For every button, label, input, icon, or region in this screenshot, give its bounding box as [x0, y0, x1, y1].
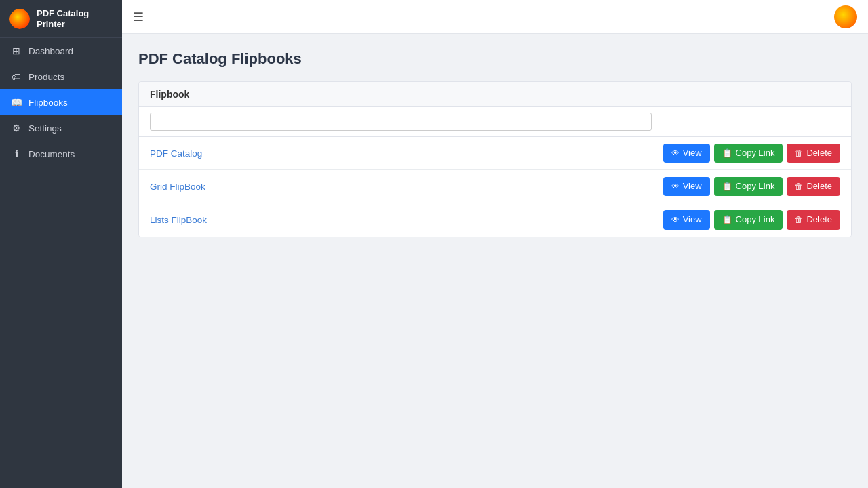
copy-link-label: Copy Link: [736, 214, 775, 226]
column-header-flipbook: Flipbook: [150, 89, 596, 100]
view-button[interactable]: 👁 View: [663, 144, 710, 163]
table-row: Grid FlipBook 👁 View 📋 Copy Link 🗑 Delet…: [139, 170, 851, 203]
view-label: View: [683, 147, 702, 159]
flipbook-name: Lists FlipBook: [150, 215, 663, 225]
sidebar-item-label: Settings: [28, 123, 62, 134]
sidebar-item-documents[interactable]: ℹ Documents: [0, 141, 122, 167]
row-actions: 👁 View 📋 Copy Link 🗑 Delete: [663, 177, 840, 196]
copy-link-button[interactable]: 📋 Copy Link: [714, 210, 783, 229]
delete-label: Delete: [806, 180, 832, 192]
eye-icon: 👁: [671, 214, 679, 226]
table-row: PDF Catalog 👁 View 📋 Copy Link 🗑 Delete: [139, 137, 851, 170]
sidebar-item-settings[interactable]: ⚙ Settings: [0, 115, 122, 141]
view-button[interactable]: 👁 View: [663, 210, 710, 229]
sidebar-item-products[interactable]: 🏷 Products: [0, 64, 122, 89]
sidebar-item-flipbooks[interactable]: 📖 Flipbooks: [0, 89, 122, 115]
view-label: View: [683, 214, 702, 226]
copy-link-label: Copy Link: [736, 147, 775, 159]
view-button[interactable]: 👁 View: [663, 177, 710, 196]
trash-icon: 🗑: [795, 214, 803, 226]
main-content: PDF Catalog Flipbooks Flipbook PDF Catal…: [122, 34, 868, 488]
copy-icon: 📋: [722, 148, 732, 159]
row-actions: 👁 View 📋 Copy Link 🗑 Delete: [663, 144, 840, 163]
copy-link-button[interactable]: 📋 Copy Link: [714, 144, 783, 163]
flipbook-name: Grid FlipBook: [150, 182, 663, 192]
eye-icon: 👁: [671, 148, 679, 159]
sidebar-header: PDF Catalog Printer: [0, 0, 122, 38]
flipbook-name: PDF Catalog: [150, 148, 663, 159]
row-actions: 👁 View 📋 Copy Link 🗑 Delete: [663, 210, 840, 229]
menu-toggle-button[interactable]: ☰: [133, 9, 144, 24]
sidebar-item-dashboard[interactable]: ⊞ Dashboard: [0, 38, 122, 64]
table-row: Lists FlipBook 👁 View 📋 Copy Link 🗑 Dele…: [139, 203, 851, 236]
copy-icon: 📋: [722, 181, 732, 192]
copy-link-label: Copy Link: [736, 180, 775, 192]
topbar-right: [834, 5, 857, 28]
page-title: PDF Catalog Flipbooks: [138, 50, 852, 68]
trash-icon: 🗑: [795, 148, 803, 159]
flipbooks-table-card: Flipbook PDF Catalog 👁 View 📋 Copy Lin: [138, 81, 852, 237]
app-logo: [9, 9, 30, 29]
topbar: ☰: [122, 0, 868, 34]
user-avatar[interactable]: [834, 5, 857, 28]
delete-label: Delete: [806, 147, 832, 159]
flipbooks-icon: 📖: [11, 97, 22, 108]
view-label: View: [683, 180, 702, 192]
sidebar: PDF Catalog Printer ⊞ Dashboard 🏷 Produc…: [0, 0, 122, 488]
search-row: [139, 107, 851, 137]
products-icon: 🏷: [11, 71, 22, 82]
sidebar-item-label: Products: [28, 72, 64, 82]
search-input[interactable]: [150, 113, 652, 131]
copy-link-button[interactable]: 📋 Copy Link: [714, 177, 783, 196]
sidebar-item-label: Documents: [28, 149, 75, 159]
svg-point-0: [9, 9, 30, 29]
documents-icon: ℹ: [11, 148, 22, 159]
dashboard-icon: ⊞: [11, 45, 22, 56]
main-panel: ☰ PDF Catalog Flipbooks Flipbook PDF Cat…: [122, 0, 868, 488]
sidebar-item-label: Flipbooks: [28, 98, 68, 108]
settings-icon: ⚙: [11, 123, 22, 134]
delete-button[interactable]: 🗑 Delete: [787, 177, 840, 196]
copy-icon: 📋: [722, 214, 732, 226]
delete-button[interactable]: 🗑 Delete: [787, 210, 840, 229]
trash-icon: 🗑: [795, 181, 803, 192]
table-header-row: Flipbook: [139, 82, 851, 107]
eye-icon: 👁: [671, 181, 679, 192]
app-title: PDF Catalog Printer: [37, 8, 113, 29]
delete-label: Delete: [806, 214, 832, 226]
delete-button[interactable]: 🗑 Delete: [787, 144, 840, 163]
sidebar-item-label: Dashboard: [28, 46, 73, 56]
